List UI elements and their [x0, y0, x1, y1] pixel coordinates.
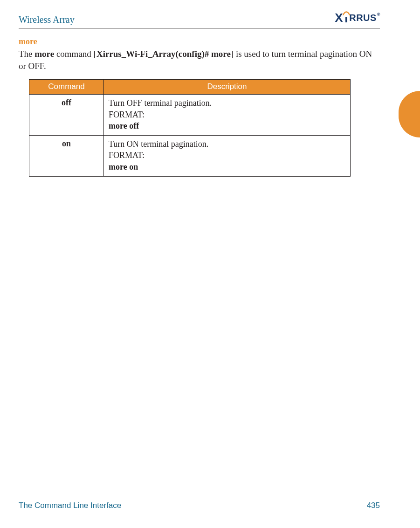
desc-text: Turn ON terminal pagination.	[109, 138, 345, 150]
footer: The Command Line Interface 435	[0, 497, 420, 510]
desc-format-label: FORMAT:	[109, 109, 345, 120]
logo-letter-i	[344, 14, 349, 22]
wifi-arc-icon	[343, 11, 350, 15]
footer-section-title: The Command Line Interface	[19, 501, 121, 510]
logo-suffix: RRUS	[349, 13, 377, 23]
body-prompt: Xirrus_Wi-Fi_Array(config)# more	[96, 49, 231, 59]
body-command-name: more	[34, 49, 54, 59]
description-cell: Turn ON terminal pagination. FORMAT: mor…	[104, 136, 351, 177]
content-area: more The more command [Xirrus_Wi-Fi_Arra…	[0, 28, 420, 177]
body-text-mid1: command [	[54, 49, 96, 59]
page-number: 435	[367, 501, 380, 510]
desc-text: Turn OFF terminal pagination.	[109, 97, 345, 109]
table-header-command: Command	[29, 80, 104, 95]
section-heading: more	[19, 37, 380, 47]
xirrus-logo: X RRUS ®	[335, 11, 380, 25]
body-text-prefix: The	[19, 49, 34, 59]
footer-row: The Command Line Interface 435	[19, 501, 380, 510]
table-header-description: Description	[104, 80, 351, 95]
registered-icon: ®	[377, 12, 380, 17]
logo-text: X RRUS ®	[335, 11, 380, 25]
header-row: Wireless Array X RRUS ®	[0, 11, 420, 25]
page: Wireless Array X RRUS ® more The more co…	[0, 0, 420, 528]
desc-format-label: FORMAT:	[109, 150, 345, 161]
section-body: The more command [Xirrus_Wi-Fi_Array(con…	[19, 48, 380, 72]
command-table: Command Description off Turn OFF termina…	[29, 79, 351, 177]
command-cell: on	[29, 136, 104, 177]
page-header-title: Wireless Array	[19, 14, 75, 25]
footer-divider	[19, 497, 380, 497]
desc-format-value: more off	[109, 120, 345, 131]
desc-format-value: more on	[109, 161, 345, 172]
description-cell: Turn OFF terminal pagination. FORMAT: mo…	[104, 95, 351, 136]
table-row: on Turn ON terminal pagination. FORMAT: …	[29, 136, 351, 177]
table-row: off Turn OFF terminal pagination. FORMAT…	[29, 95, 351, 136]
command-cell: off	[29, 95, 104, 136]
table-header-row: Command Description	[29, 80, 351, 95]
